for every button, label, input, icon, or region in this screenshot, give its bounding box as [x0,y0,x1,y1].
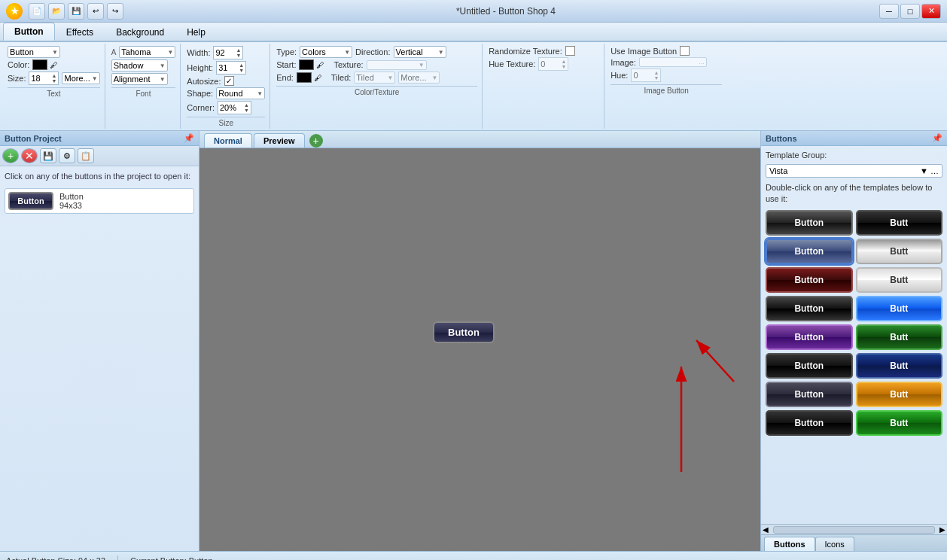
canvas-button[interactable]: Button [433,321,495,343]
template-btn-14[interactable]: Butt [856,382,943,407]
open-icon[interactable]: 📂 [48,3,65,20]
copy-button[interactable]: 📋 [78,148,94,163]
menu-tab-help[interactable]: Help [175,23,217,41]
button-preview: Button [8,192,53,210]
color-label: Color: [8,60,29,69]
tiled-label: Tiled: [331,73,352,82]
title-bar-icons: 📄 📂 💾 ↩ ↪ [29,3,123,20]
panel-hint: Click on any of the buttons in the proje… [5,171,194,182]
center-canvas: Normal Preview + Button [199,131,760,551]
template-btn-11[interactable]: Button [766,353,853,379]
template-group-row: Template Group: [766,151,942,160]
font-section-label: Font [111,87,176,98]
more-button-2[interactable]: More... ▼ [398,72,440,84]
hue-texture-label: Hue Texture: [489,59,535,68]
type-label: Type: [276,47,297,56]
menu-tab-background[interactable]: Background [105,23,175,41]
menu-tab-effects[interactable]: Effects [55,23,105,41]
tab-icons[interactable]: Icons [815,537,854,551]
text-color-swatch[interactable] [32,59,47,70]
template-btn-6[interactable]: Butt [856,267,943,293]
template-btn-13[interactable]: Button [766,382,853,407]
save-button[interactable]: 💾 [40,148,56,163]
add-button[interactable]: + [2,148,19,163]
add-tab-button[interactable]: + [309,134,323,148]
scroll-left-icon[interactable]: ◀ [761,525,770,534]
left-panel-header: Button Project 📌 [0,131,199,146]
more-button-1[interactable]: More... ▼ [62,72,99,84]
template-btn-10[interactable]: Butt [856,324,943,350]
template-btn-9[interactable]: Button [766,324,853,350]
start-color-picker[interactable]: 🖋 [317,61,324,69]
scrollbar-track[interactable] [773,526,935,534]
autosize-checkbox[interactable] [224,76,234,86]
shape-label: Shape: [187,89,213,98]
start-color-swatch[interactable] [299,59,314,70]
toolbar-section-font: A Tahoma ▼ Shadow ▼ Alignment ▼ Font [107,44,181,129]
tab-buttons[interactable]: Buttons [764,537,815,551]
template-btn-7[interactable]: Button [766,296,853,321]
font-name-combo[interactable]: Tahoma ▼ [119,46,175,58]
height-spinbox[interactable]: 31 ▲▼ [216,61,246,75]
corner-spinbox[interactable]: 20% ▲▼ [218,101,251,114]
maximize-button[interactable]: □ [900,4,920,19]
save-icon[interactable]: 💾 [68,3,84,20]
right-panel-pin-icon[interactable]: 📌 [932,133,942,143]
toolbar-section-color: Type: Colors ▼ Direction: Vertical ▼ Sta… [272,44,483,129]
template-btn-12[interactable]: Butt [856,353,943,379]
direction-combo[interactable]: Vertical ▼ [394,46,446,58]
arrows-overlay [199,148,760,551]
type-combo[interactable]: Colors ▼ [300,46,352,58]
app-logo: ★ [6,3,23,20]
randomize-label: Randomize Texture: [489,47,562,56]
redo-icon[interactable]: ↪ [107,3,123,20]
template-btn-5[interactable]: Button [766,267,853,293]
remove-button[interactable]: ✕ [21,148,38,163]
hue-texture-spinbox[interactable]: 0 ▲▼ [538,57,568,71]
canvas-area[interactable]: Button [199,148,760,551]
image-combo[interactable]: … [639,57,707,67]
right-panel-tabs: Buttons Icons [761,534,947,551]
shadow-combo[interactable]: Shadow ▼ [111,59,168,72]
scroll-right-icon[interactable]: ▶ [938,525,947,534]
hue-label: Hue: [611,71,628,80]
close-button[interactable]: ✕ [921,4,941,19]
actual-size-label: Actual Button Size: 94 x 33 [6,556,105,560]
button-type-combo[interactable]: Button ▼ [8,46,60,58]
tab-normal[interactable]: Normal [204,133,252,148]
tiled-combo[interactable]: Tiled ▼ [354,72,395,84]
template-btn-1[interactable]: Button [766,210,853,236]
pin-icon[interactable]: 📌 [184,133,194,143]
end-color-picker[interactable]: 🖋 [315,74,322,82]
template-btn-4[interactable]: Butt [856,239,943,264]
font-size-spinbox[interactable]: 18 ▲▼ [29,72,59,85]
tab-preview[interactable]: Preview [254,133,305,148]
undo-icon[interactable]: ↩ [87,3,104,20]
template-btn-16[interactable]: Butt [856,410,943,436]
template-btn-15[interactable]: Button [766,410,853,436]
randomize-checkbox[interactable] [565,46,575,56]
toolbar-section-image: Use Image Button Image: … Hue: 0 ▲▼ Imag… [606,44,726,129]
scrollbar-area[interactable]: ◀ ▶ [761,524,947,534]
left-panel: Button Project 📌 + ✕ 💾 ⚙ 📋 Click on any … [0,131,199,551]
width-spinbox[interactable]: 92 ▲▼ [213,46,243,59]
texture-combo[interactable]: ▼ [367,60,427,70]
text-color-picker[interactable]: 🖋 [50,61,58,69]
template-btn-3[interactable]: Button [766,239,853,264]
minimize-button[interactable]: ─ [879,4,899,19]
new-icon[interactable]: 📄 [29,3,45,20]
shape-combo[interactable]: Round ▼ [216,87,265,99]
end-color-swatch[interactable] [297,72,312,83]
template-group-combo[interactable]: Vista ▼ … [766,164,942,178]
right-panel: Buttons 📌 Template Group: Vista ▼ … Doub… [760,131,947,551]
menu-tab-button[interactable]: Button [3,23,55,41]
settings-button[interactable]: ⚙ [59,148,75,163]
alignment-combo[interactable]: Alignment ▼ [111,73,168,85]
use-image-checkbox[interactable] [680,46,690,56]
color-section-label: Color/Texture [276,86,477,96]
hue-spinbox[interactable]: 0 ▲▼ [631,68,661,82]
toolbar-section-text: Button ▼ Color: 🖋 Size: 18 ▲▼ More... ▼ … [3,44,105,129]
template-btn-2[interactable]: Butt [856,210,943,236]
template-btn-8[interactable]: Butt [856,296,943,321]
list-item[interactable]: Button Button94x33 [5,188,194,214]
